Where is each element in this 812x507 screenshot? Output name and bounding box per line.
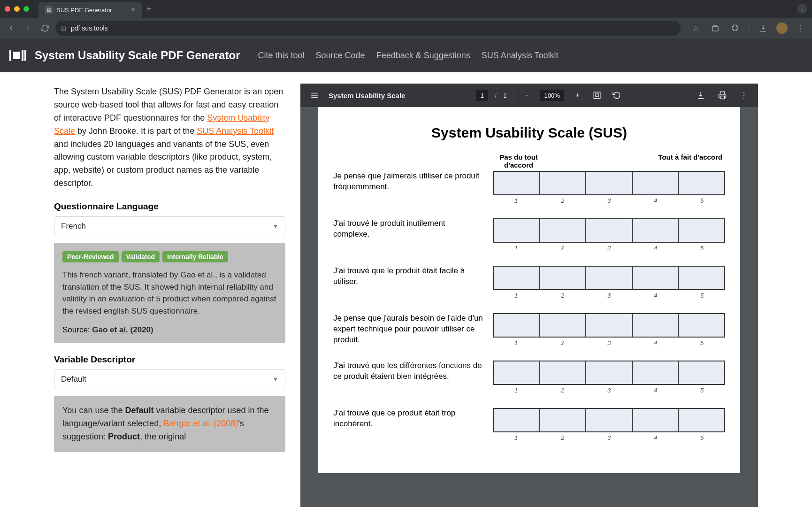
bangor-link[interactable]: Bangor et al. (2008)	[163, 419, 238, 428]
likert-box[interactable]	[540, 361, 587, 384]
back-button[interactable]	[5, 22, 18, 35]
browser-toolbar: ⊡ pdf.sus.tools ☆ | ⋮	[0, 18, 812, 38]
fit-page-icon[interactable]	[590, 89, 604, 102]
download-icon[interactable]	[757, 22, 770, 35]
browser-tab[interactable]: ⊞ SUS PDF Generator ×	[38, 2, 142, 18]
pdf-canvas[interactable]: System Usability Scale (SUS) Pas du tout…	[300, 107, 758, 507]
maximize-window-button[interactable]	[23, 6, 29, 12]
puzzle-icon[interactable]	[728, 22, 742, 35]
likert-box[interactable]	[633, 172, 679, 194]
likert-box[interactable]	[586, 172, 633, 194]
likert-box[interactable]	[586, 219, 633, 242]
toolkit-link[interactable]: SUS Analysis Toolkit	[197, 126, 274, 136]
kebab-menu-icon[interactable]: ⋮	[794, 22, 807, 35]
pdf-document-title: System Usability Scale	[329, 92, 405, 100]
likert-box[interactable]	[633, 409, 679, 431]
zoom-out-button[interactable]: −	[520, 89, 533, 102]
pdf-kebab-menu[interactable]: ⋮	[737, 89, 751, 102]
intro-paragraph: The System Usability Scale (SUS) PDF Gen…	[54, 85, 285, 190]
rotate-icon[interactable]	[610, 89, 623, 102]
config-panel: The System Usability Scale (SUS) PDF Gen…	[0, 72, 300, 507]
nav-feedback[interactable]: Feedback & Suggestions	[376, 51, 470, 61]
minimize-window-button[interactable]	[14, 6, 20, 12]
source-link[interactable]: Gao et al. (2020)	[92, 325, 153, 334]
site-info-icon[interactable]: ⊡	[61, 25, 66, 32]
likert-box[interactable]	[633, 267, 679, 289]
likert-box[interactable]	[633, 219, 679, 242]
pdf-page-separator: /	[495, 92, 497, 99]
likert-scale: 12345	[493, 408, 725, 441]
address-bar[interactable]: ⊡ pdf.sus.tools	[55, 21, 681, 36]
scale-number: 5	[679, 387, 725, 394]
scale-number: 2	[539, 245, 586, 252]
close-tab-button[interactable]: ×	[131, 6, 135, 14]
likert-box[interactable]	[586, 409, 633, 431]
close-window-button[interactable]	[5, 6, 10, 12]
likert-box[interactable]	[494, 314, 540, 337]
svg-rect-3	[22, 50, 23, 61]
language-select[interactable]: French ▼	[54, 216, 285, 236]
nav-source[interactable]: Source Code	[316, 51, 365, 61]
question-row: Je pense que j'aurais besoin de l'aide d…	[333, 313, 725, 346]
zoom-in-button[interactable]: +	[571, 89, 584, 102]
pdf-title: System Usability Scale (SUS)	[333, 125, 725, 141]
likert-box[interactable]	[679, 314, 724, 337]
scale-number: 4	[632, 245, 679, 252]
scale-number: 4	[632, 339, 679, 346]
tabs-dropdown-button[interactable]: ⌄	[797, 4, 807, 14]
likert-box[interactable]	[679, 267, 724, 289]
app-logo-icon	[9, 49, 26, 62]
likert-box[interactable]	[586, 267, 633, 289]
pdf-page-total: 1	[503, 92, 506, 99]
reload-button[interactable]	[38, 22, 52, 35]
likert-box[interactable]	[633, 314, 679, 337]
likert-box[interactable]	[586, 361, 633, 384]
likert-box[interactable]	[679, 219, 724, 242]
likert-box[interactable]	[540, 219, 587, 242]
likert-box[interactable]	[540, 172, 587, 194]
likert-box[interactable]	[633, 361, 679, 384]
pdf-preview-panel: System Usability Scale / 1 − 100% + ⋮	[300, 72, 812, 507]
pdf-zoom-level[interactable]: 100%	[540, 90, 564, 101]
likert-box[interactable]	[494, 172, 540, 194]
scale-number: 5	[679, 434, 725, 441]
likert-box[interactable]	[540, 267, 587, 289]
likert-box[interactable]	[494, 361, 540, 384]
likert-box[interactable]	[679, 409, 724, 431]
likert-scale: 12345	[493, 313, 725, 346]
likert-box[interactable]	[540, 314, 587, 337]
question-text: J'ai trouvé le produit inutilement compl…	[333, 218, 483, 240]
nav-cite[interactable]: Cite this tool	[258, 51, 305, 61]
likert-box[interactable]	[679, 172, 724, 194]
likert-scale: 12345	[493, 266, 725, 299]
likert-box[interactable]	[586, 314, 633, 337]
menu-icon[interactable]	[308, 89, 321, 102]
likert-box[interactable]	[494, 409, 540, 431]
pdf-page: System Usability Scale (SUS) Pas du tout…	[318, 107, 740, 473]
print-pdf-button[interactable]	[716, 89, 729, 102]
descriptor-info-text: You can use the Default variable descrip…	[62, 404, 277, 444]
likert-box[interactable]	[679, 361, 724, 384]
new-tab-button[interactable]: +	[146, 4, 152, 14]
svg-rect-1	[9, 50, 11, 61]
profile-avatar[interactable]	[776, 23, 788, 34]
forward-button[interactable]	[22, 22, 35, 35]
anchor-agree: Tout à fait d'accord	[544, 153, 725, 169]
svg-rect-10	[720, 96, 725, 99]
scale-number: 5	[679, 197, 725, 204]
extension-icon[interactable]	[709, 22, 722, 35]
scale-number: 1	[493, 339, 539, 346]
descriptor-select[interactable]: Default ▼	[54, 369, 285, 389]
scale-number: 4	[632, 197, 679, 204]
main-content: The System Usability Scale (SUS) PDF Gen…	[0, 72, 812, 507]
likert-box[interactable]	[540, 409, 587, 431]
scale-number: 5	[679, 245, 725, 252]
download-pdf-button[interactable]	[694, 89, 707, 102]
likert-box[interactable]	[494, 267, 540, 289]
scale-number: 3	[586, 245, 632, 252]
likert-box[interactable]	[494, 219, 540, 242]
bookmark-star-icon[interactable]: ☆	[689, 22, 702, 35]
pdf-page-input[interactable]	[476, 90, 488, 101]
nav-toolkit[interactable]: SUS Analysis Toolkit	[482, 51, 559, 61]
scale-number: 2	[539, 197, 586, 204]
